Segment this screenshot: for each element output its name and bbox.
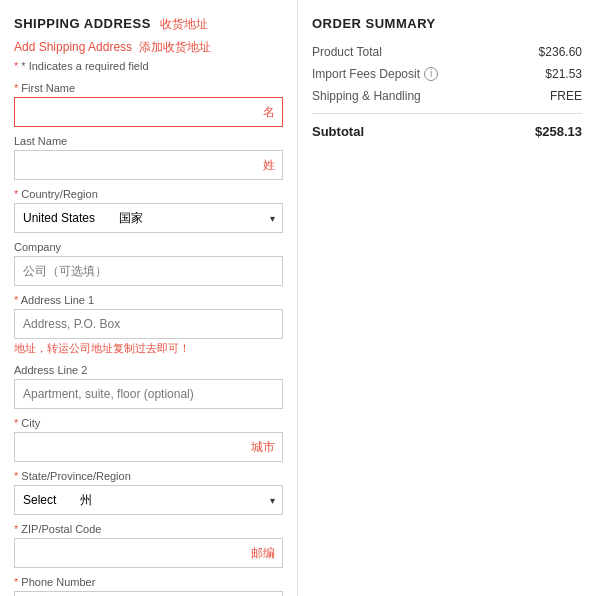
country-label: * Country/Region — [14, 188, 283, 200]
address2-input[interactable] — [14, 379, 283, 409]
subtotal-row: Subtotal $258.13 — [312, 124, 582, 139]
country-select[interactable]: United States 国家 — [14, 203, 283, 233]
product-total-line: Product Total $236.60 — [312, 45, 582, 59]
state-label: * State/Province/Region — [14, 470, 283, 482]
first-name-cn: 名 — [263, 104, 275, 121]
shipping-label: Shipping & Handling — [312, 89, 421, 103]
subtotal-value: $258.13 — [535, 124, 582, 139]
order-divider — [312, 113, 582, 114]
import-fees-value: $21.53 — [545, 67, 582, 81]
product-total-label: Product Total — [312, 45, 382, 59]
state-group: * State/Province/Region Select 州 — [14, 470, 283, 515]
zip-cn: 邮编 — [251, 545, 275, 562]
section-title: SHIPPING ADDRESS — [14, 16, 151, 31]
company-group: Company — [14, 241, 283, 286]
import-fees-line: Import Fees Deposit i $21.53 — [312, 67, 582, 81]
company-label: Company — [14, 241, 283, 253]
first-name-group: * First Name 名 — [14, 82, 283, 127]
address1-group: * Address Line 1 地址，转运公司地址复制过去即可！ — [14, 294, 283, 356]
order-summary-panel: ORDER SUMMARY Product Total $236.60 Impo… — [298, 0, 596, 596]
last-name-label: Last Name — [14, 135, 283, 147]
add-address-link[interactable]: Add Shipping Address 添加收货地址 — [14, 39, 283, 56]
city-cn: 城市 — [251, 439, 275, 456]
import-fees-info-icon[interactable]: i — [424, 67, 438, 81]
zip-group: * ZIP/Postal Code 邮编 — [14, 523, 283, 568]
zip-input[interactable] — [14, 538, 283, 568]
import-fees-label: Import Fees Deposit i — [312, 67, 438, 81]
state-select[interactable]: Select 州 — [14, 485, 283, 515]
shipping-address-panel: SHIPPING ADDRESS 收货地址 Add Shipping Addre… — [0, 0, 298, 596]
last-name-group: Last Name 姓 — [14, 135, 283, 180]
last-name-input[interactable] — [14, 150, 283, 180]
first-name-label: * First Name — [14, 82, 283, 94]
subtotal-label: Subtotal — [312, 124, 364, 139]
country-select-wrapper: United States 国家 — [14, 203, 283, 233]
first-name-input[interactable] — [14, 97, 283, 127]
shipping-line: Shipping & Handling FREE — [312, 89, 582, 103]
required-note: * * Indicates a required field — [14, 60, 283, 72]
zip-label: * ZIP/Postal Code — [14, 523, 283, 535]
city-group: * City 城市 — [14, 417, 283, 462]
city-label: * City — [14, 417, 283, 429]
phone-label: * Phone Number — [14, 576, 283, 588]
country-group: * Country/Region United States 国家 — [14, 188, 283, 233]
phone-input[interactable] — [14, 591, 283, 596]
shipping-value: FREE — [550, 89, 582, 103]
product-total-value: $236.60 — [539, 45, 582, 59]
address1-label: * Address Line 1 — [14, 294, 283, 306]
address1-hint: 地址，转运公司地址复制过去即可！ — [14, 341, 283, 356]
city-input[interactable] — [14, 432, 283, 462]
phone-group: * Phone Number 电话号码 — [14, 576, 283, 596]
state-select-wrapper: Select 州 — [14, 485, 283, 515]
section-title-cn: 收货地址 — [160, 17, 208, 31]
order-summary-title: ORDER SUMMARY — [312, 16, 582, 31]
address1-input[interactable] — [14, 309, 283, 339]
company-input[interactable] — [14, 256, 283, 286]
last-name-cn: 姓 — [263, 157, 275, 174]
address2-label: Address Line 2 — [14, 364, 283, 376]
address2-group: Address Line 2 — [14, 364, 283, 409]
